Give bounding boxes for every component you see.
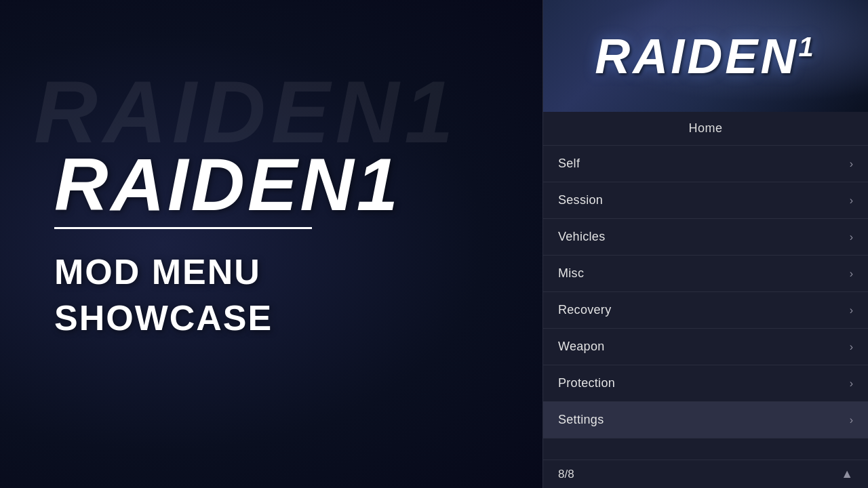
menu-item[interactable]: Weapon› — [543, 329, 868, 365]
footer-count: 8/8 — [558, 468, 574, 481]
chevron-right-icon: › — [850, 158, 853, 170]
footer-up-icon: ▲ — [841, 467, 853, 481]
menu-item-label: Protection — [558, 376, 615, 390]
menu-item[interactable]: Protection› — [543, 365, 868, 402]
chevron-right-icon: › — [850, 378, 853, 390]
menu-item-label: Self — [558, 157, 580, 171]
menu-footer: 8/8 ▲ — [543, 460, 868, 488]
logo-main: RAIDEN — [595, 29, 798, 83]
menu-item[interactable]: Recovery› — [543, 292, 868, 329]
logo-main-text: RAIDEN1 — [595, 28, 816, 84]
menu-item[interactable]: Vehicles› — [543, 219, 868, 256]
home-tab[interactable]: Home — [543, 112, 868, 146]
chevron-right-icon: › — [850, 341, 853, 353]
menu-item-label: Misc — [558, 266, 584, 281]
menu-item-label: Weapon — [558, 340, 605, 354]
chevron-right-icon: › — [850, 231, 853, 243]
menu-item-label: Settings — [558, 413, 604, 427]
left-content: RAIDEN1 MOD MENU SHOWCASE — [0, 0, 539, 488]
logo-sub: 1 — [798, 32, 816, 62]
subtitle-line1: MOD MENU — [54, 249, 273, 296]
subtitle: MOD MENU SHOWCASE — [54, 249, 273, 341]
main-title: RAIDEN1 — [54, 147, 401, 222]
chevron-right-icon: › — [850, 304, 853, 317]
menu-item-label: Vehicles — [558, 230, 605, 244]
chevron-right-icon: › — [850, 195, 853, 207]
menu-item[interactable]: Session› — [543, 182, 868, 219]
right-panel: RAIDEN1 Home Self›Session›Vehicles›Misc›… — [542, 0, 868, 488]
menu-item[interactable]: Misc› — [543, 256, 868, 292]
menu-item-label: Session — [558, 193, 603, 207]
logo-area: RAIDEN1 — [543, 0, 868, 112]
menu-item[interactable]: Self› — [543, 146, 868, 182]
subtitle-line2: SHOWCASE — [54, 296, 273, 342]
home-tab-label: Home — [688, 121, 722, 135]
title-underline — [54, 227, 312, 229]
menu-item-label: Recovery — [558, 303, 611, 317]
chevron-right-icon: › — [850, 268, 853, 280]
chevron-right-icon: › — [850, 414, 853, 426]
menu-item[interactable]: Settings› — [543, 402, 868, 439]
menu-list: Self›Session›Vehicles›Misc›Recovery›Weap… — [543, 146, 868, 460]
